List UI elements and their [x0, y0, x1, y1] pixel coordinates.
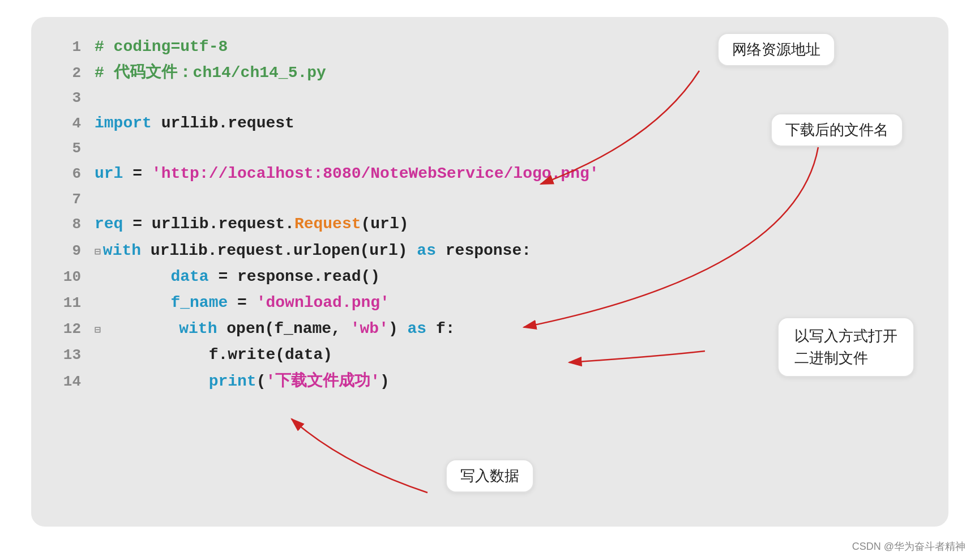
watermark: CSDN @华为奋斗者精神 [852, 540, 965, 553]
write-bubble: 写入数据 [446, 459, 534, 493]
code-line-11: 11 f_name = 'download.png' [54, 290, 926, 316]
code-line-10: 10 data = response.read() [54, 264, 926, 290]
main-container: 1 # coding=utf-8 2 # 代码文件：ch14/ch14_5.py… [31, 17, 948, 527]
code-line-6: 6 url = 'http://localhost:8080/NoteWebSe… [54, 161, 926, 187]
open-bubble: 以写入方式打开 二进制文件 [777, 317, 914, 377]
code-line-7: 7 [54, 187, 926, 212]
code-line-9: 9⊟with urllib.request.urlopen(url) as re… [54, 238, 926, 264]
code-line-8: 8 req = urllib.request.Request(url) [54, 211, 926, 237]
filename-bubble: 下载后的文件名 [771, 113, 903, 147]
url-bubble: 网络资源地址 [717, 33, 835, 66]
code-line-3: 3 [54, 86, 926, 110]
